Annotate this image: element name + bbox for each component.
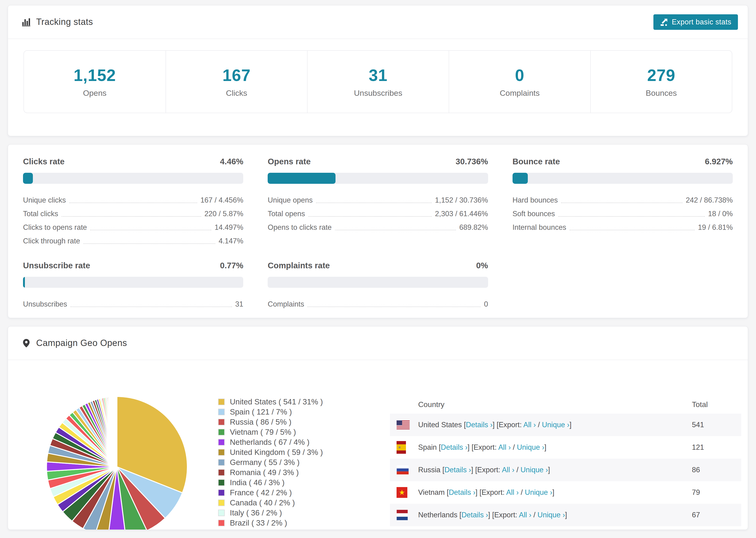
- legend-label: Netherlands ( 67 / 4% ): [230, 438, 309, 447]
- export-label: ] [Export:: [493, 421, 523, 429]
- geo-pie-legend: United States ( 541 / 31% )Spain ( 121 /…: [218, 397, 323, 530]
- export-all-link[interactable]: All ›: [519, 511, 531, 519]
- rate-rows: Complaints0: [268, 295, 488, 309]
- legend-label: United Kingdom ( 59 / 3% ): [230, 448, 323, 457]
- legend-swatch: [218, 399, 225, 405]
- bracket-close: ]: [569, 421, 571, 429]
- export-button-label: Export basic stats: [672, 18, 731, 26]
- legend-item: Canada ( 40 / 2% ): [218, 498, 323, 508]
- rate-value: 30.736%: [456, 157, 488, 166]
- rate-row-value: 689.82%: [459, 223, 488, 232]
- dotted-leader: [71, 306, 232, 307]
- legend-item: Germany ( 55 / 3% ): [218, 457, 323, 467]
- total-cell: 86: [692, 466, 741, 474]
- table-row-spain: Spain [Details ›] [Export: All › / Uniqu…: [390, 436, 741, 459]
- rate-rows: Hard bounces242 / 86.738%Soft bounces18 …: [513, 191, 733, 232]
- geo-section-title: Campaign Geo Opens: [36, 338, 127, 348]
- geo-body: United States ( 541 / 31% )Spain ( 121 /…: [8, 360, 748, 530]
- rate-head: Bounce rate6.927%: [513, 157, 733, 166]
- rate-row-label: Hard bounces: [513, 196, 558, 205]
- geo-table-header: Country Total: [390, 395, 741, 413]
- export-unique-link[interactable]: Unique ›: [537, 511, 565, 519]
- rate-rows: Unique opens1,152 / 30.736%Total opens2,…: [268, 191, 488, 232]
- rate-row-value: 19 / 6.81%: [698, 223, 733, 232]
- rate-head: Complaints rate0%: [268, 261, 488, 270]
- flag-icon-us: [390, 420, 418, 429]
- details-link[interactable]: Details ›: [441, 443, 468, 452]
- panel-clicks-rate: Clicks rate4.46%Unique clicks167 / 4.456…: [23, 157, 243, 246]
- rate-row-label: Total clicks: [23, 210, 58, 219]
- rate-head: Opens rate30.736%: [268, 157, 488, 166]
- rate-row-value: 220 / 5.87%: [204, 210, 243, 219]
- stat-box-clicks: 167Clicks: [166, 51, 307, 113]
- progress-bar-fill: [513, 173, 528, 184]
- legend-item: France ( 42 / 2% ): [218, 488, 323, 498]
- dotted-leader: [558, 216, 705, 217]
- stat-box-unsubscribes: 31Unsubscribes: [307, 51, 449, 113]
- export-all-link[interactable]: All ›: [523, 421, 536, 429]
- table-row-netherlands: Netherlands [Details ›] [Export: All › /…: [390, 504, 741, 526]
- legend-swatch: [218, 409, 225, 415]
- bracket-close: ]: [548, 466, 550, 474]
- rate-value: 6.927%: [705, 157, 733, 166]
- rate-head: Clicks rate4.46%: [23, 157, 243, 166]
- dotted-leader: [83, 243, 215, 244]
- dotted-leader: [90, 230, 211, 230]
- export-label: ] [Export:: [467, 443, 498, 452]
- rate-row: Unique opens1,152 / 30.736%: [268, 191, 488, 205]
- stat-value: 0: [515, 66, 524, 85]
- legend-item: Netherlands ( 67 / 4% ): [218, 437, 323, 447]
- export-unique-link[interactable]: Unique ›: [525, 488, 552, 497]
- svg-text:★: ★: [399, 488, 405, 496]
- stat-box-bounces: 279Bounces: [590, 51, 732, 113]
- stat-box-opens: 1,152Opens: [24, 51, 166, 113]
- rate-row: Unique clicks167 / 4.456%: [23, 191, 243, 205]
- country-cell: Netherlands [Details ›] [Export: All › /…: [418, 511, 692, 519]
- details-link[interactable]: Details ›: [445, 466, 471, 474]
- legend-swatch: [218, 479, 225, 486]
- country-cell: United States [Details ›] [Export: All ›…: [418, 421, 692, 429]
- export-all-link[interactable]: All ›: [502, 466, 514, 474]
- progress-bar-fill: [23, 173, 33, 184]
- rate-row-label: Opens to clicks rate: [268, 223, 332, 232]
- summary-stats-row: 1,152Opens167Clicks31Unsubscribes0Compla…: [24, 50, 732, 113]
- legend-swatch: [218, 459, 225, 466]
- rates-grid: Clicks rate4.46%Unique clicks167 / 4.456…: [8, 144, 748, 321]
- table-row-united-kingdom: United Kingdom [Details ›] [Export: All …: [390, 526, 741, 530]
- details-link[interactable]: Details ›: [466, 421, 493, 429]
- legend-label: Romania ( 49 / 3% ): [230, 468, 298, 477]
- rates-card: Clicks rate4.46%Unique clicks167 / 4.456…: [8, 144, 748, 318]
- link-separator: /: [531, 511, 537, 519]
- details-link[interactable]: Details ›: [449, 488, 475, 497]
- export-basic-stats-button[interactable]: Export basic stats: [653, 14, 738, 30]
- progress-bar-bounce-rate: [513, 173, 733, 184]
- stat-label: Unsubscribes: [354, 88, 403, 98]
- rate-row: Complaints0: [268, 295, 488, 309]
- export-unique-link[interactable]: Unique ›: [520, 466, 548, 474]
- rate-row: Opens to clicks rate689.82%: [268, 219, 488, 232]
- export-all-link[interactable]: All ›: [506, 488, 519, 497]
- rate-row-value: 167 / 4.456%: [200, 196, 243, 205]
- export-unique-link[interactable]: Unique ›: [517, 443, 544, 452]
- rate-title: Clicks rate: [23, 157, 65, 166]
- progress-bar-clicks-rate: [23, 173, 243, 184]
- legend-label: United States ( 541 / 31% ): [230, 398, 323, 406]
- legend-item: Vietnam ( 79 / 5% ): [218, 427, 323, 437]
- rate-rows: Unsubscribes31: [23, 295, 243, 309]
- stat-label: Complaints: [500, 88, 540, 98]
- export-unique-link[interactable]: Unique ›: [542, 421, 569, 429]
- table-row-russia: Russia [Details ›] [Export: All › / Uniq…: [390, 459, 741, 481]
- legend-swatch: [218, 520, 225, 526]
- export-all-link[interactable]: All ›: [498, 443, 511, 452]
- bracket-close: ]: [552, 488, 554, 497]
- export-label: ] [Export:: [475, 488, 506, 497]
- table-row-vietnam: ★Vietnam [Details ›] [Export: All › / Un…: [390, 481, 741, 504]
- rate-row-label: Total opens: [268, 210, 305, 219]
- dotted-leader: [307, 306, 481, 307]
- geo-pie-chart: [44, 394, 190, 530]
- legend-item: Russia ( 86 / 5% ): [218, 417, 323, 427]
- country-cell: Spain [Details ›] [Export: All › / Uniqu…: [418, 443, 692, 452]
- export-label: ] [Export:: [471, 466, 502, 474]
- details-link[interactable]: Details ›: [461, 511, 488, 519]
- flag-icon-vn: ★: [390, 487, 418, 498]
